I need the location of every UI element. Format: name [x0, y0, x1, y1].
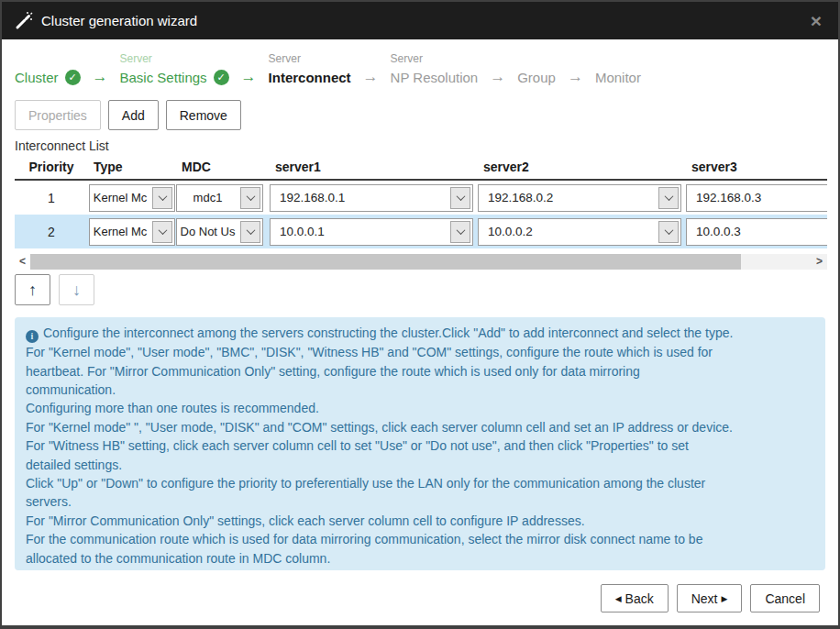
chevron-down-icon[interactable] — [152, 221, 172, 243]
info-text: Configure the interconnect among the ser… — [43, 326, 733, 340]
wizard-stepper: Cluster ✓ → Server Basic Settings ✓ → Se… — [2, 39, 838, 96]
chevron-down-icon[interactable] — [450, 187, 470, 209]
cancel-button[interactable]: Cancel — [750, 584, 820, 612]
info-text: communication. — [26, 381, 814, 399]
scrollbar-thumb[interactable] — [30, 254, 741, 270]
chevron-down-icon[interactable] — [450, 221, 470, 243]
info-text: detailed settings. — [26, 456, 814, 474]
step-cluster-label: Cluster — [15, 70, 59, 85]
up-arrow-icon: ↑ — [28, 281, 37, 299]
step-basic-settings-sublabel: Server — [120, 51, 229, 67]
step-group: Group — [517, 51, 556, 87]
step-monitor-label: Monitor — [595, 70, 641, 85]
server2-combo[interactable]: 10.0.0.2 — [478, 218, 681, 246]
chevron-down-icon[interactable] — [658, 221, 679, 243]
server1-combo[interactable]: 10.0.0.1 — [270, 218, 473, 246]
toolbar: Properties Add Remove — [2, 96, 838, 130]
column-header-priority: Priority — [15, 160, 88, 174]
type-select[interactable]: Kernel Mc — [89, 184, 175, 212]
step-interconnect-sublabel: Server — [269, 51, 351, 67]
step-basic-settings: Server Basic Settings ✓ — [120, 51, 229, 87]
back-arrow-icon: ◀ — [615, 594, 622, 603]
info-text: heartbeat. For "Mirror Communication Onl… — [26, 362, 814, 381]
info-text: allocated to the communication route in … — [26, 549, 814, 568]
check-icon: ✓ — [214, 70, 229, 85]
column-header-server2: server2 — [478, 160, 686, 174]
info-text: For "Kernel mode" ", "User mode, "DISK" … — [26, 418, 814, 436]
step-arrow-icon: → — [81, 67, 120, 87]
properties-button[interactable]: Properties — [15, 100, 101, 130]
info-icon: i — [26, 330, 39, 343]
scroll-left-icon[interactable]: < — [15, 254, 30, 270]
next-button[interactable]: Next ▶ — [677, 584, 743, 612]
mdc-select[interactable]: Do Not Us — [176, 218, 263, 246]
step-arrow-icon: → — [478, 67, 517, 87]
step-arrow-icon: → — [229, 67, 269, 87]
wand-icon — [15, 12, 33, 30]
priority-cell: 1 — [15, 191, 88, 205]
chevron-down-icon[interactable] — [240, 187, 260, 209]
info-text: For the communication route which is use… — [26, 530, 814, 548]
interconnect-list-title: Interconnect List — [2, 130, 838, 157]
down-arrow-icon: ↓ — [72, 281, 81, 299]
step-group-label: Group — [517, 70, 556, 85]
server1-combo[interactable]: 192.168.0.1 — [270, 184, 473, 212]
move-up-button[interactable]: ↑ — [15, 274, 50, 305]
type-select[interactable]: Kernel Mc — [89, 218, 175, 246]
server2-combo[interactable]: 192.168.0.2 — [478, 184, 681, 212]
priority-controls: ↑ ↓ — [2, 270, 838, 305]
back-button[interactable]: ◀ Back — [601, 584, 669, 612]
next-arrow-icon: ▶ — [721, 594, 727, 603]
step-monitor: Monitor — [595, 51, 641, 87]
chevron-down-icon[interactable] — [152, 187, 172, 209]
table-row[interactable]: 2 Kernel Mc Do Not Us 10.0.0.1 — [15, 215, 827, 248]
step-interconnect-label: Interconnect — [269, 70, 351, 85]
footer: ◀ Back Next ▶ Cancel — [2, 570, 838, 612]
info-text: For "Kernel mode", "User mode", "BMC", "… — [26, 343, 814, 361]
mdc-select[interactable]: mdc1 — [176, 184, 263, 212]
title-bar: Cluster generation wizard × — [2, 2, 838, 39]
add-button[interactable]: Add — [108, 100, 159, 130]
info-text: For "Witness HB" setting, click each ser… — [26, 436, 814, 455]
priority-cell: 2 — [15, 225, 88, 239]
info-text: servers. — [26, 492, 814, 511]
server3-combo[interactable]: 10.0.0.3 — [686, 218, 827, 246]
chevron-down-icon[interactable] — [240, 221, 260, 243]
step-np-resolution-sublabel: Server — [391, 51, 479, 67]
dialog-title: Cluster generation wizard — [41, 13, 197, 28]
step-cluster: Cluster ✓ — [15, 51, 81, 87]
step-arrow-icon: → — [556, 67, 595, 87]
column-header-server3: server3 — [686, 160, 827, 174]
server3-combo[interactable]: 192.168.0.3 — [686, 184, 827, 212]
interconnect-table: Priority Type MDC server1 server2 server… — [15, 157, 827, 248]
step-basic-settings-label: Basic Settings — [120, 70, 207, 85]
info-box: iConfigure the interconnect among the se… — [15, 317, 825, 570]
close-icon[interactable]: × — [807, 11, 825, 30]
move-down-button[interactable]: ↓ — [59, 274, 94, 305]
step-np-resolution: Server NP Resolution — [391, 51, 479, 87]
cluster-generation-wizard-dialog: Cluster generation wizard × Cluster ✓ → … — [0, 0, 840, 629]
column-header-server1: server1 — [270, 160, 478, 174]
check-icon: ✓ — [65, 70, 81, 85]
step-np-resolution-label: NP Resolution — [391, 70, 479, 85]
horizontal-scrollbar[interactable]: < > — [15, 254, 827, 270]
column-header-mdc: MDC — [176, 160, 270, 174]
step-arrow-icon: → — [351, 67, 391, 87]
info-text: Configuring more than one routes is reco… — [26, 399, 814, 417]
scroll-right-icon[interactable]: > — [812, 254, 827, 270]
info-text: For "Mirror Communication Only" settings… — [26, 512, 814, 530]
column-header-type: Type — [88, 160, 176, 174]
info-text: Click "Up" or "Down" to configure the pr… — [26, 474, 814, 492]
chevron-down-icon[interactable] — [658, 187, 679, 209]
table-header: Priority Type MDC server1 server2 server… — [15, 157, 827, 181]
step-interconnect: Server Interconnect — [269, 51, 351, 87]
table-row[interactable]: 1 Kernel Mc mdc1 192.168.0.1 — [15, 181, 827, 215]
remove-button[interactable]: Remove — [166, 100, 241, 130]
